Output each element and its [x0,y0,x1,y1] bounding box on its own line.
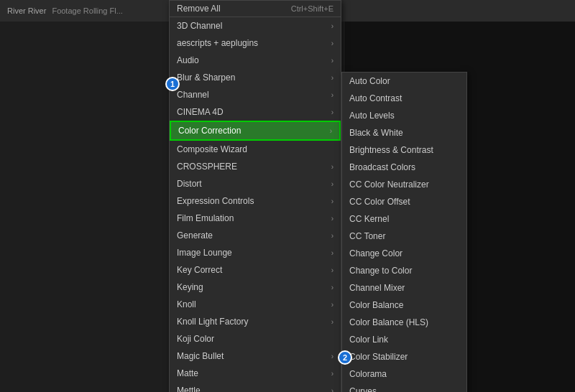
arrow-icon: › [331,317,334,327]
menu-item-cinema4d[interactable]: CINEMA 4D › [170,103,341,121]
menu-item-aescripts[interactable]: aescripts + aeplugins › [170,34,341,52]
menu-item-film-emulation[interactable]: Film Emulation › [170,210,341,227]
menu-item-channel[interactable]: Channel › [170,86,341,103]
menu-item-blur[interactable]: Blur & Sharpen › [170,69,341,86]
arrow-icon: › [331,90,334,101]
arrow-icon: › [331,55,334,66]
submenu-cc-kernel[interactable]: CC Kernel [342,210,466,228]
submenu-color-balance[interactable]: Color Balance [342,297,466,314]
submenu-cc-color-offset[interactable]: CC Color Offset [342,193,466,210]
arrow-icon: › [331,107,334,118]
remove-all-shortcut: Ctrl+Shift+E [291,4,334,13]
menu-item-matte[interactable]: Matte › [170,365,341,382]
menu-item-expression-controls[interactable]: Expression Controls › [170,192,341,210]
arrow-icon: › [331,21,334,32]
menu-item-color-correction[interactable]: Color Correction › [170,121,341,141]
submenu-auto-contrast[interactable]: Auto Contrast [342,90,466,107]
submenu-brightness-contrast[interactable]: Brightness & Contrast [342,141,466,159]
arrow-icon: › [331,299,334,310]
submenu-cc-color-neutralizer[interactable]: CC Color Neutralizer [342,176,466,193]
menu-item-audio[interactable]: Audio › [170,52,341,69]
menu-header[interactable]: Remove All Ctrl+Shift+E [170,1,341,17]
arrow-icon: › [331,248,334,258]
footage-label: Footage Rolling Fl... [52,6,122,15]
submenu-curves[interactable]: Curves [342,383,466,392]
menu-item-distort[interactable]: Distort › [170,175,341,192]
submenu-auto-color[interactable]: Auto Color [342,73,466,90]
arrow-icon: › [331,386,334,393]
submenu-colorama[interactable]: Colorama [342,365,466,383]
menu-item-knoll[interactable]: Knoll › [170,296,341,313]
submenu-color-link[interactable]: Color Link [342,331,466,348]
menu-item-keying[interactable]: Keying › [170,279,341,296]
arrow-icon: › [331,162,334,172]
menu-item-koji-color[interactable]: Koji Color [170,330,341,347]
arrow-icon: › [331,196,334,207]
submenu-broadcast-colors[interactable]: Broadcast Colors [342,159,466,176]
arrow-icon: › [331,368,334,379]
menu-item-knoll-light[interactable]: Knoll Light Factory › [170,313,341,330]
submenu-change-to-color[interactable]: Change to Color [342,262,466,279]
menu-item-composite-wizard[interactable]: Composite Wizard [170,141,341,158]
badge-1: 1 [165,77,180,91]
arrow-icon: › [331,230,334,241]
arrow-icon: › [331,282,334,293]
menu-item-generate[interactable]: Generate › [170,227,341,244]
submenu-cc-toner[interactable]: CC Toner [342,228,466,245]
river-label: River River [7,6,46,15]
menu-item-image-lounge[interactable]: Image Lounge › [170,244,341,261]
menu-item-crossphere[interactable]: CROSSPHERE › [170,158,341,175]
arrow-icon: › [331,38,334,49]
arrow-icon: › [330,126,332,136]
badge-2: 2 [338,350,352,365]
arrow-icon: › [331,351,334,362]
arrow-icon: › [331,179,334,190]
menu-item-magic-bullet[interactable]: Magic Bullet › [170,347,341,365]
submenu-auto-levels[interactable]: Auto Levels [342,107,466,124]
submenu-color-balance-hls[interactable]: Color Balance (HLS) [342,314,466,331]
submenu-channel-mixer[interactable]: Channel Mixer [342,279,466,297]
main-menu: Remove All Ctrl+Shift+E 3D Channel › aes… [169,0,341,392]
arrow-icon: › [331,213,334,224]
submenu-black-white[interactable]: Black & White [342,124,466,141]
arrow-icon: › [331,73,334,83]
menu-item-key-correct[interactable]: Key Correct › [170,261,341,279]
sub-menu: Auto Color Auto Contrast Auto Levels Bla… [341,72,467,392]
remove-all-label: Remove All [177,4,221,14]
menu-item-3dchannel[interactable]: 3D Channel › [170,17,341,34]
menu-item-mettle[interactable]: Mettle › [170,382,341,392]
arrow-icon: › [331,265,334,276]
submenu-color-stabilizer[interactable]: Color Stabilizer [342,348,466,365]
submenu-change-color[interactable]: Change Color [342,245,466,262]
